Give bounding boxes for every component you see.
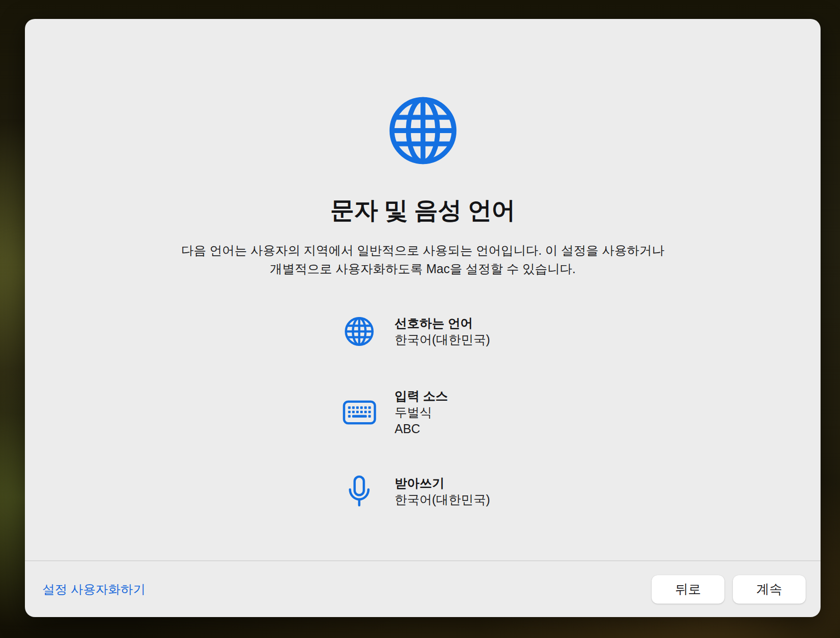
row-value: ABC [395, 421, 448, 437]
description-line-2: 개별적으로 사용자화하도록 Mac을 설정할 수 있습니다. [25, 260, 821, 278]
description-line-1: 다음 언어는 사용자의 지역에서 일반적으로 사용되는 언어입니다. 이 설정을… [25, 241, 821, 260]
microphone-icon [342, 475, 376, 508]
customize-settings-link[interactable]: 설정 사용자화하기 [42, 581, 145, 598]
language-settings-list: 선호하는 언어 한국어(대한민국) [342, 315, 490, 508]
footer-bar: 설정 사용자화하기 뒤로 계속 [25, 560, 821, 617]
keyboard-icon [342, 400, 376, 425]
globe-icon [342, 317, 376, 346]
list-item-input-sources: 입력 소스 두벌식 ABC [342, 388, 490, 437]
page-description: 다음 언어는 사용자의 지역에서 일반적으로 사용되는 언어입니다. 이 설정을… [25, 241, 821, 278]
footer-buttons: 뒤로 계속 [652, 575, 806, 604]
globe-icon [388, 96, 458, 165]
row-value: 두벌식 [395, 404, 448, 421]
setup-assistant-window: 문자 및 음성 언어 다음 언어는 사용자의 지역에서 일반적으로 사용되는 언… [25, 19, 821, 617]
list-item-dictation: 받아쓰기 한국어(대한민국) [342, 475, 490, 508]
row-title: 받아쓰기 [395, 475, 490, 491]
row-value: 한국어(대한민국) [395, 331, 490, 348]
continue-button[interactable]: 계속 [733, 575, 806, 604]
row-title: 입력 소스 [395, 388, 448, 404]
row-value: 한국어(대한민국) [395, 491, 490, 508]
back-button[interactable]: 뒤로 [652, 575, 724, 604]
page-title: 문자 및 음성 언어 [25, 194, 821, 226]
row-title: 선호하는 언어 [395, 315, 490, 331]
list-item-preferred-language: 선호하는 언어 한국어(대한민국) [342, 315, 490, 348]
